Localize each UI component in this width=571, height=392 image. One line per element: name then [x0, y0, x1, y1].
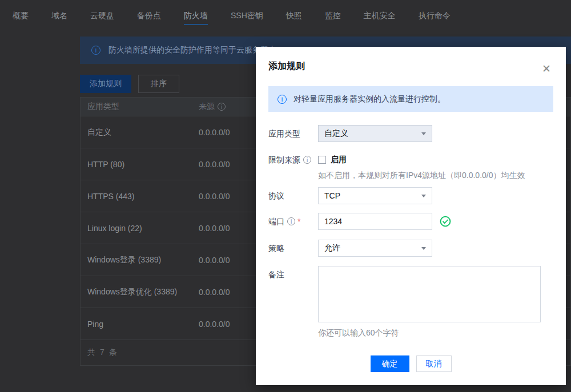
info-icon: i: [278, 95, 287, 104]
policy-label-text: 策略: [268, 244, 284, 254]
field-row-port: 端口 i *: [268, 213, 553, 230]
column-header-source-label: 来源: [199, 102, 215, 112]
cell-app-type: Linux login (22): [87, 224, 199, 233]
port-label: 端口 i *: [268, 213, 318, 230]
sort-button[interactable]: 排序: [138, 75, 179, 93]
field-row-protocol: 协议 TCP: [268, 187, 553, 204]
tab-overview[interactable]: 概要: [13, 1, 29, 25]
cell-app-type: 自定义: [87, 127, 199, 138]
app-type-selected-value: 自定义: [324, 128, 348, 139]
cell-app-type: HTTP (80): [87, 160, 199, 169]
limit-source-label-text: 限制来源: [268, 155, 300, 165]
enable-checkbox-row[interactable]: 启用: [318, 154, 525, 165]
info-icon: i: [91, 46, 100, 55]
protocol-selected-value: TCP: [324, 191, 340, 200]
cell-app-type: Ping: [87, 320, 199, 329]
port-label-text: 端口: [268, 217, 284, 227]
app-type-label-text: 应用类型: [268, 129, 300, 139]
tab-snapshot[interactable]: 快照: [286, 1, 302, 25]
policy-label: 策略: [268, 240, 318, 257]
policy-selected-value: 允许: [324, 243, 340, 253]
chevron-down-icon: [421, 247, 426, 250]
column-header-app-type: 应用类型: [87, 102, 199, 112]
required-asterisk: *: [297, 217, 300, 226]
dialog-info-banner: i 对轻量应用服务器实例的入流量进行控制。: [268, 86, 553, 112]
remark-label-text: 备注: [268, 270, 284, 280]
cell-app-type: Windows登录优化 (3389): [87, 287, 199, 297]
remark-label: 备注: [268, 266, 318, 337]
protocol-label-text: 协议: [268, 191, 284, 201]
chevron-down-icon: [421, 195, 426, 197]
tab-ssh-key[interactable]: SSH密钥: [231, 1, 263, 25]
firewall-banner-text: 防火墙所提供的安全防护作用等同于云服务器中: [108, 45, 276, 55]
cell-app-type: HTTPS (443): [87, 192, 199, 201]
app-type-label: 应用类型: [268, 125, 318, 142]
remark-char-counter: 你还可以输入60个字符: [318, 328, 541, 337]
cell-app-type: Windows登录 (3389): [87, 255, 199, 265]
remark-textarea[interactable]: [318, 266, 541, 322]
field-row-app-type: 应用类型 自定义: [268, 125, 553, 142]
info-icon: i: [303, 156, 311, 164]
tab-run-command[interactable]: 执行命令: [419, 1, 451, 25]
confirm-button[interactable]: 确定: [371, 355, 409, 372]
close-icon[interactable]: ✕: [540, 62, 553, 75]
cancel-button[interactable]: 取消: [416, 355, 452, 372]
enable-checkbox-label: 启用: [331, 155, 347, 165]
port-input[interactable]: [318, 213, 432, 230]
dialog-title: 添加规则: [268, 60, 553, 72]
valid-check-icon: [440, 216, 451, 227]
add-rule-button[interactable]: 添加规则: [80, 75, 131, 93]
field-row-remark: 备注 你还可以输入60个字符: [268, 266, 553, 337]
tab-host-security[interactable]: 主机安全: [364, 1, 396, 25]
info-icon: i: [218, 103, 226, 111]
instance-tab-bar: 概要 域名 云硬盘 备份点 防火墙 SSH密钥 快照 监控 主机安全 执行命令: [0, 0, 571, 25]
app-type-select[interactable]: 自定义: [318, 125, 432, 142]
tab-backup-point[interactable]: 备份点: [137, 1, 161, 25]
tab-monitoring[interactable]: 监控: [325, 1, 341, 25]
info-icon: i: [287, 217, 295, 225]
field-row-policy: 策略 允许: [268, 240, 553, 257]
dialog-banner-text: 对轻量应用服务器实例的入流量进行控制。: [293, 94, 445, 104]
policy-select[interactable]: 允许: [318, 240, 432, 257]
tab-firewall[interactable]: 防火墙: [184, 1, 208, 25]
tab-cloud-disk[interactable]: 云硬盘: [90, 1, 114, 25]
limit-source-hint: 如不启用，本规则对所有IPv4源地址（即0.0.0.0/0）均生效: [318, 170, 525, 180]
protocol-label: 协议: [268, 187, 318, 204]
add-rule-dialog: 添加规则 ✕ i 对轻量应用服务器实例的入流量进行控制。 应用类型 自定义 限制…: [256, 47, 566, 385]
chevron-down-icon: [421, 132, 426, 135]
enable-checkbox[interactable]: [318, 156, 326, 164]
field-row-limit-source: 限制来源 i 启用 如不启用，本规则对所有IPv4源地址（即0.0.0.0/0）…: [268, 154, 553, 180]
protocol-select[interactable]: TCP: [318, 187, 432, 204]
limit-source-label: 限制来源 i: [268, 154, 318, 180]
tab-domain[interactable]: 域名: [51, 1, 67, 25]
